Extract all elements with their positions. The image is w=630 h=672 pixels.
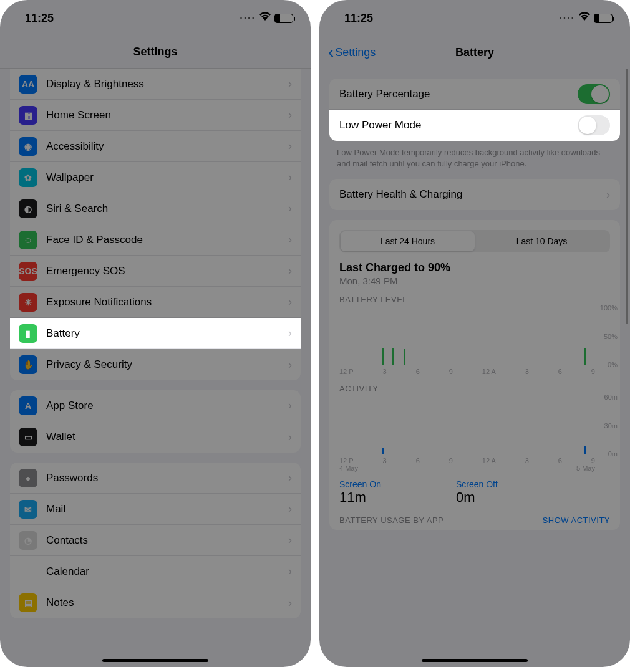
screen-on-value: 11m	[339, 489, 381, 506]
app-store-icon: A	[19, 396, 37, 415]
chevron-right-icon: ›	[288, 597, 292, 610]
face-id-label: Face ID & Passcode	[46, 234, 279, 246]
settings-row-passwords[interactable]: ●Passwords›	[10, 463, 301, 494]
cellular-icon: ····	[240, 12, 256, 24]
last-charged-subtitle: Mon, 3:49 PM	[339, 276, 610, 286]
mail-icon: ✉	[19, 500, 37, 519]
nav-bar: ‹Settings Battery	[319, 36, 630, 69]
activity-chart: 60m 30m 0m	[339, 397, 595, 454]
settings-row-siri-search[interactable]: ◐Siri & Search›	[10, 193, 301, 224]
settings-row-wallpaper[interactable]: ✿Wallpaper›	[10, 162, 301, 193]
contacts-label: Contacts	[46, 534, 279, 547]
wifi-icon	[259, 12, 271, 24]
face-id-icon: ☺	[19, 231, 37, 249]
battery-percentage-row[interactable]: Battery Percentage	[329, 79, 620, 110]
chevron-right-icon: ›	[288, 327, 292, 340]
notes-icon: ▤	[19, 593, 37, 612]
status-time: 11:25	[344, 12, 373, 25]
emergency-sos-icon: SOS	[19, 262, 37, 281]
settings-row-contacts[interactable]: ◔Contacts›	[10, 525, 301, 556]
battery-label: Battery	[46, 327, 279, 340]
chevron-right-icon: ›	[288, 399, 292, 412]
chevron-right-icon: ›	[288, 171, 292, 184]
scrollbar[interactable]	[626, 69, 628, 324]
settings-row-privacy[interactable]: ✋Privacy & Security›	[10, 349, 301, 380]
last-charged-title: Last Charged to 90%	[339, 261, 610, 274]
battery-icon: 31	[274, 14, 293, 23]
battery-level-xaxis: 12 P36912 A369	[329, 365, 620, 375]
home-screen-icon: ▦	[19, 106, 37, 125]
privacy-label: Privacy & Security	[46, 358, 279, 371]
settings-list[interactable]: AADisplay & Brightness›▦Home Screen›◉Acc…	[0, 69, 311, 667]
settings-row-calendar[interactable]: ▦Calendar›	[10, 556, 301, 587]
status-indicators: ···· 31	[559, 12, 613, 24]
home-indicator[interactable]	[422, 659, 528, 662]
screen-on-label: Screen On	[339, 479, 381, 489]
passwords-label: Passwords	[46, 472, 279, 484]
back-button[interactable]: ‹Settings	[328, 46, 376, 59]
settings-row-emergency-sos[interactable]: SOSEmergency SOS›	[10, 256, 301, 287]
chevron-right-icon: ›	[288, 202, 292, 215]
battery-percentage-label: Battery Percentage	[339, 88, 578, 100]
settings-row-mail[interactable]: ✉Mail›	[10, 494, 301, 525]
usage-by-app-header: BATTERY USAGE BY APP SHOW ACTIVITY	[329, 509, 620, 525]
settings-row-home-screen[interactable]: ▦Home Screen›	[10, 100, 301, 131]
percentage-group: Battery Percentage Low Power Mode	[329, 79, 620, 141]
chevron-right-icon: ›	[288, 502, 292, 516]
show-activity-button[interactable]: SHOW ACTIVITY	[543, 516, 610, 525]
wallet-label: Wallet	[46, 431, 279, 443]
accessibility-icon: ◉	[19, 137, 37, 156]
activity-heading: ACTIVITY	[339, 384, 610, 393]
settings-row-accessibility[interactable]: ◉Accessibility›	[10, 131, 301, 162]
settings-row-display-brightness[interactable]: AADisplay & Brightness›	[10, 69, 301, 100]
time-range-segmented[interactable]: Last 24 Hours Last 10 Days	[339, 230, 610, 252]
page-title: Settings	[133, 46, 177, 59]
wallpaper-icon: ✿	[19, 168, 37, 187]
battery-screenshot: 11:25 ···· 31 ‹Settings Battery Battery …	[319, 0, 630, 667]
siri-search-label: Siri & Search	[46, 203, 279, 215]
chevron-right-icon: ›	[288, 264, 292, 277]
wallet-icon: ▭	[19, 428, 37, 446]
home-screen-label: Home Screen	[46, 109, 279, 122]
battery-percentage-toggle[interactable]	[578, 84, 610, 104]
screen-off-value: 0m	[456, 489, 498, 506]
settings-group: AADisplay & Brightness›▦Home Screen›◉Acc…	[10, 69, 301, 380]
contacts-icon: ◔	[19, 531, 37, 550]
segment-24h[interactable]: Last 24 Hours	[341, 231, 475, 251]
privacy-icon: ✋	[19, 355, 37, 374]
chevron-right-icon: ›	[288, 77, 292, 90]
screen-off-label: Screen Off	[456, 479, 498, 489]
chevron-right-icon: ›	[288, 140, 292, 153]
settings-row-battery[interactable]: ▮Battery›	[10, 318, 301, 349]
settings-row-app-store[interactable]: AApp Store›	[10, 390, 301, 421]
settings-group: AApp Store›▭Wallet›	[10, 390, 301, 453]
usage-card: Last 24 Hours Last 10 Days Last Charged …	[329, 220, 620, 530]
home-indicator[interactable]	[102, 659, 208, 662]
battery-health-row[interactable]: Battery Health & Charging ›	[329, 179, 620, 210]
siri-search-icon: ◐	[19, 199, 37, 218]
settings-row-notes[interactable]: ▤Notes›	[10, 587, 301, 618]
health-group: Battery Health & Charging ›	[329, 179, 620, 210]
chevron-right-icon: ›	[288, 471, 292, 484]
low-power-mode-row[interactable]: Low Power Mode	[329, 110, 620, 141]
display-brightness-icon: AA	[19, 75, 37, 94]
status-bar: 11:25 ···· 31	[319, 0, 630, 36]
accessibility-label: Accessibility	[46, 140, 279, 153]
battery-icon: ▮	[19, 324, 37, 343]
settings-row-wallet[interactable]: ▭Wallet›	[10, 421, 301, 453]
wallpaper-label: Wallpaper	[46, 171, 279, 184]
low-power-mode-toggle[interactable]	[578, 115, 610, 135]
chevron-right-icon: ›	[606, 188, 610, 201]
exposure-icon: ☀	[19, 293, 37, 312]
segment-10d[interactable]: Last 10 Days	[475, 231, 609, 251]
settings-row-face-id[interactable]: ☺Face ID & Passcode›	[10, 224, 301, 256]
wifi-icon	[579, 12, 590, 24]
screen-time-summary: Screen On 11m Screen Off 0m	[329, 472, 620, 509]
calendar-icon: ▦	[19, 562, 37, 581]
settings-row-exposure[interactable]: ☀Exposure Notifications›	[10, 287, 301, 318]
chevron-right-icon: ›	[288, 358, 292, 372]
cellular-icon: ····	[559, 12, 575, 24]
low-power-footnote: Low Power Mode temporarily reduces backg…	[319, 141, 630, 169]
battery-level-chart: 100% 50% 0%	[339, 308, 595, 365]
battery-content[interactable]: Battery Percentage Low Power Mode Low Po…	[319, 69, 630, 667]
